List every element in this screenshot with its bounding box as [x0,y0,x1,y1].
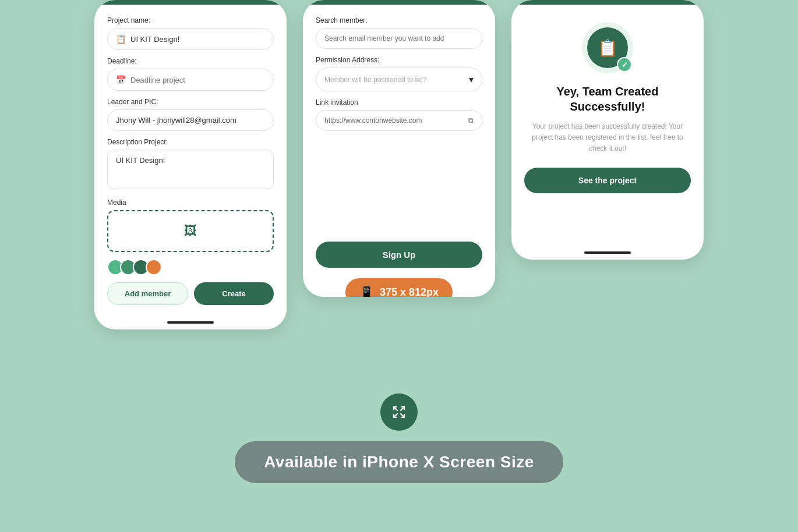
project-name-label: Project name: [107,16,274,24]
phones-row: Project name: 📋 Deadline: 📅 Leader and P… [0,0,798,329]
home-bar-1 [167,321,214,324]
deadline-label: Deadline: [107,57,274,65]
success-spacer [511,217,704,251]
see-project-button[interactable]: See the project [524,168,691,193]
compress-icon-circle [380,393,418,431]
phone-top-bar-1 [94,0,287,5]
phone1-buttons: Add member Create [107,282,274,305]
phone-sign-up: Search member: Permission Address: Membe… [303,0,495,297]
phone-success: 📋 ✓ Yey, Team Created Successfully! Your… [511,0,704,260]
available-badge-text: Available in iPhone X Screen Size [264,453,534,471]
size-badge-text: 375 x 812px [380,286,439,297]
project-name-input[interactable] [130,35,265,44]
permission-label: Permission Address: [316,56,482,64]
phone-create-project: Project name: 📋 Deadline: 📅 Leader and P… [94,0,287,329]
chevron-down-icon: ▾ [469,74,474,85]
spacer [316,138,482,231]
leader-field[interactable] [107,109,274,131]
phone2-content: Search member: Permission Address: Membe… [303,5,495,242]
compress-arrows-icon [392,405,406,419]
media-label: Media [107,198,274,207]
calendar-icon: 📅 [116,75,126,84]
deadline-field[interactable]: 📅 [107,69,274,91]
document-icon: 📋 [116,34,126,44]
link-value: https://www.contohwebsite.com [324,116,422,125]
team-members-row [107,259,274,275]
description-label: Description Project: [107,138,274,146]
signup-button-wrapper: Sign Up [303,242,495,268]
create-button[interactable]: Create [194,282,274,305]
avatar-4 [146,259,162,275]
phone-icon: 📱 [359,285,374,297]
phone1-content: Project name: 📋 Deadline: 📅 Leader and P… [94,5,287,321]
search-member-input[interactable] [324,34,474,42]
image-add-icon: 🖼 [184,224,197,239]
leader-label: Leader and PIC: [107,98,274,106]
add-member-button[interactable]: Add member [107,282,188,305]
success-title: Yey, Team Created Successfully! [524,84,691,114]
media-upload-box[interactable]: 🖼 [107,210,274,252]
checkmark-icon: ✓ [622,61,628,69]
search-member-field[interactable] [316,28,482,49]
available-badge: Available in iPhone X Screen Size [235,441,563,483]
bottom-section: Available in iPhone X Screen Size [0,393,798,483]
main-container: Project name: 📋 Deadline: 📅 Leader and P… [0,0,798,483]
check-badge: ✓ [617,57,632,72]
success-icon-bg: 📋 ✓ [582,22,633,73]
size-badge: 📱 375 x 812px [345,278,453,297]
phone-top-bar-3 [511,0,704,5]
link-label: Link invitation [316,98,482,107]
success-icon-wrapper: 📋 ✓ [582,22,633,73]
home-bar-3 [584,251,631,254]
search-member-label: Search member: [316,16,482,24]
success-description: Your project has been successfully creat… [524,121,691,155]
leader-input[interactable] [116,116,265,125]
project-name-field[interactable]: 📋 [107,28,274,50]
description-textarea[interactable]: UI KIT Design! [107,150,274,189]
deadline-input[interactable] [130,76,265,84]
link-field: https://www.contohwebsite.com ⧉ [316,110,482,131]
copy-icon[interactable]: ⧉ [468,116,474,125]
phone3-home-indicator [511,251,704,260]
success-content: 📋 ✓ Yey, Team Created Successfully! Your… [511,5,704,217]
permission-dropdown[interactable]: Member will be positioned to be? ▾ [316,68,482,91]
permission-placeholder: Member will be positioned to be? [324,76,426,84]
signup-button[interactable]: Sign Up [316,242,482,268]
phone1-home-indicator [94,321,287,329]
phone-top-bar-2 [303,0,495,5]
